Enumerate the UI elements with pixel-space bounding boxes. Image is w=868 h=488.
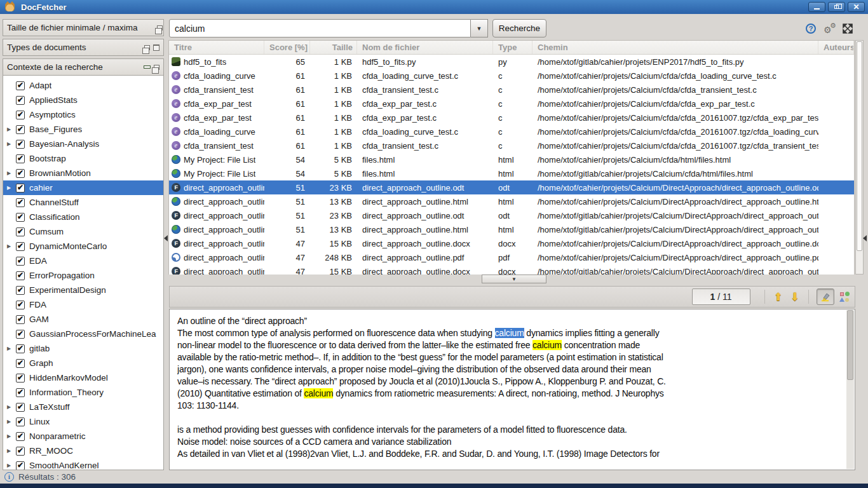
tree-item-DynamicMonteCarlo[interactable]: ▶DynamicMonteCarlo: [3, 239, 163, 254]
table-row[interactable]: direct_approach_outline5123 KBdirect_app…: [169, 180, 854, 194]
expander-icon[interactable]: ▶: [7, 419, 16, 424]
checkbox[interactable]: [16, 461, 25, 470]
table-row[interactable]: direct_approach_outline5113 KBdirect_app…: [169, 194, 854, 208]
search-history-dropdown-button[interactable]: ▼: [471, 19, 488, 37]
restore-button[interactable]: [828, 2, 845, 12]
expander-icon[interactable]: ▶: [7, 141, 16, 147]
column-header-Taille[interactable]: Taille: [310, 41, 357, 54]
panel-scope-header[interactable]: Contexte de la recherche: [3, 58, 164, 76]
table-row[interactable]: direct_approach_outline5123 KBdirect_app…: [169, 208, 854, 222]
sash-collapse-right-icon[interactable]: [863, 235, 867, 241]
expander-icon[interactable]: ▶: [7, 126, 16, 132]
tree-item-Graph[interactable]: Graph: [3, 356, 163, 370]
next-occurrence-button[interactable]: ⬇: [790, 290, 799, 304]
tree-item-gitlab[interactable]: ▶gitlab: [3, 341, 163, 356]
checkbox[interactable]: [16, 447, 25, 456]
tree-item-ChannelStuff[interactable]: ChannelStuff: [3, 195, 163, 210]
column-header-Type[interactable]: Type: [493, 41, 532, 54]
table-row[interactable]: direct_approach_outline47248 KBdirect_ap…: [169, 250, 854, 264]
checkbox[interactable]: [16, 242, 25, 251]
table-row[interactable]: cfda_loading_curve611 KBcfda_loading_cur…: [169, 69, 854, 83]
maximize-search-bar-icon[interactable]: [843, 24, 853, 34]
expander-icon[interactable]: ▶: [7, 346, 16, 351]
maximize-panel-icon[interactable]: [153, 44, 159, 51]
checkbox[interactable]: [16, 330, 25, 339]
tree-item-EDA[interactable]: EDA: [3, 254, 163, 268]
close-button[interactable]: ✕: [848, 2, 865, 12]
checkbox[interactable]: [16, 198, 25, 207]
tree-item-LaTeXstuff[interactable]: ▶LaTeXstuff: [3, 400, 163, 414]
expander-icon[interactable]: ▶: [7, 243, 16, 249]
column-header-Nom de fichier[interactable]: Nom de fichier: [357, 41, 493, 54]
sash-collapse-left-icon[interactable]: [164, 235, 168, 241]
column-header-Chemin[interactable]: Chemin: [532, 41, 818, 54]
tree-item-Linux[interactable]: ▶Linux: [3, 414, 163, 429]
checkbox[interactable]: [16, 417, 25, 426]
preview-vertical-scrollbar[interactable]: [846, 310, 854, 469]
checkbox[interactable]: [16, 184, 25, 193]
table-row[interactable]: My Project: File List545 KBfiles.htmlhtm…: [169, 166, 854, 180]
checkbox[interactable]: [16, 257, 25, 266]
highlight-toggle-button[interactable]: [817, 288, 834, 305]
checkbox[interactable]: [16, 125, 25, 134]
tree-item-BrownianMotion[interactable]: ▶BrownianMotion: [3, 166, 163, 180]
table-row[interactable]: direct_approach_outline4715 KBdirect_app…: [169, 264, 854, 274]
tree-item-Bootstrap[interactable]: Bootstrap: [3, 151, 163, 166]
minimize-panel-icon[interactable]: [144, 65, 151, 69]
scrollbar-thumb[interactable]: [857, 41, 862, 251]
checkbox[interactable]: [16, 111, 25, 119]
table-row[interactable]: direct_approach_outline4715 KBdirect_app…: [169, 236, 854, 250]
help-icon[interactable]: ?: [806, 24, 816, 34]
search-input[interactable]: [169, 19, 471, 37]
checkbox[interactable]: [16, 359, 25, 368]
restore-panel-icon[interactable]: [157, 25, 163, 30]
restore-panel-icon[interactable]: [154, 65, 159, 70]
checkbox[interactable]: [16, 271, 25, 280]
checkbox[interactable]: [16, 403, 25, 412]
checkbox[interactable]: [16, 81, 25, 90]
tree-item-cahier[interactable]: ▶cahier: [3, 180, 163, 195]
checkbox[interactable]: [16, 140, 25, 149]
preferences-gears-icon[interactable]: ⚙⚙: [824, 23, 837, 34]
table-row[interactable]: My Project: File List545 KBfiles.htmlhtm…: [169, 152, 854, 166]
tree-item-Information_Theory[interactable]: Information_Theory: [3, 385, 163, 400]
restore-panel-icon[interactable]: [144, 45, 150, 50]
expander-icon[interactable]: ▶: [7, 170, 16, 176]
checkbox[interactable]: [16, 374, 25, 383]
table-row[interactable]: cfda_exp_par_test611 KBcfda_exp_par_test…: [169, 111, 854, 125]
tree-item-ExperimentalDesign[interactable]: ExperimentalDesign: [3, 283, 163, 297]
minimize-button[interactable]: [808, 2, 825, 12]
tree-item-Base_Figures[interactable]: ▶Base_Figures: [3, 122, 163, 137]
checkbox[interactable]: [16, 213, 25, 222]
table-row[interactable]: direct_approach_outline5113 KBdirect_app…: [169, 222, 854, 236]
tree-item-Asymptotics[interactable]: Asymptotics: [3, 107, 163, 122]
table-row[interactable]: cfda_transient_test611 KBcfda_transient_…: [169, 83, 854, 97]
search-button[interactable]: Recherche: [492, 19, 546, 37]
preview-mode-shapes-icon[interactable]: [839, 292, 850, 302]
checkbox[interactable]: [16, 154, 25, 163]
checkbox[interactable]: [16, 432, 25, 441]
expander-icon[interactable]: ▶: [7, 433, 16, 439]
expander-icon[interactable]: ▶: [7, 463, 16, 468]
scrollbar-thumb[interactable]: [847, 310, 853, 380]
checkbox[interactable]: [16, 315, 25, 324]
tree-item-SmoothAndKernel[interactable]: ▶SmoothAndKernel: [3, 458, 163, 470]
preview-sash-collapse-button[interactable]: ▼: [482, 274, 546, 283]
tree-item-Adapt[interactable]: Adapt: [3, 78, 163, 93]
table-row[interactable]: cfda_transient_test611 KBcfda_transient_…: [169, 139, 854, 152]
tree-item-HiddenMarkovModel[interactable]: HiddenMarkovModel: [3, 370, 163, 385]
tree-item-FDA[interactable]: FDA: [3, 297, 163, 312]
checkbox[interactable]: [16, 388, 25, 397]
expander-icon[interactable]: ▶: [7, 448, 16, 454]
tree-item-GAM[interactable]: GAM: [3, 312, 163, 327]
tree-item-ErrorPropagation[interactable]: ErrorPropagation: [3, 268, 163, 283]
checkbox[interactable]: [16, 96, 25, 105]
previous-occurrence-button[interactable]: ⬆: [774, 290, 783, 304]
tree-item-Cumsum[interactable]: Cumsum: [3, 224, 163, 239]
checkbox[interactable]: [16, 227, 25, 236]
checkbox[interactable]: [16, 344, 25, 353]
column-header-Titre[interactable]: Titre: [169, 41, 264, 54]
column-header-Score [%][interactable]: Score [%]: [264, 41, 310, 54]
checkbox[interactable]: [16, 301, 25, 309]
tree-item-Bayesian-Analysis[interactable]: ▶Bayesian-Analysis: [3, 137, 163, 151]
